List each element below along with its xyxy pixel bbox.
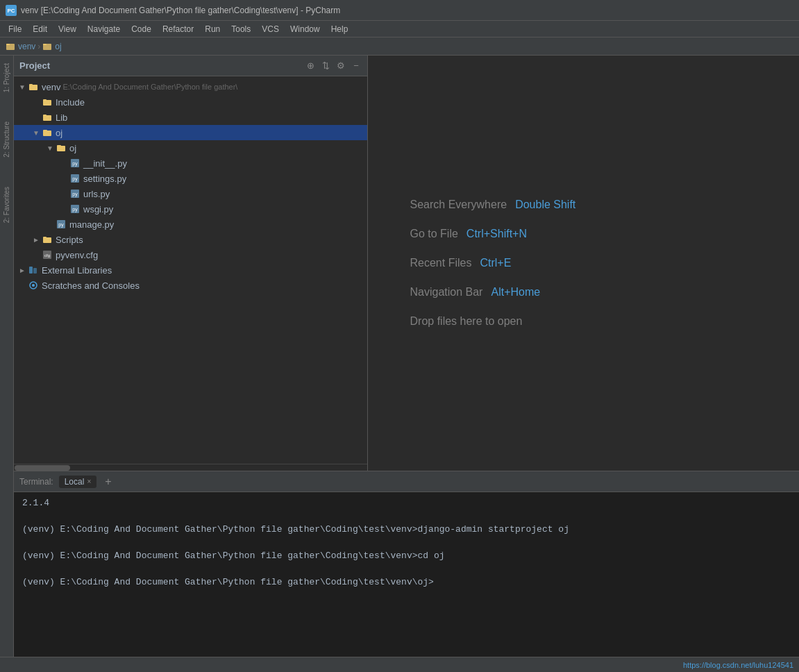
- folder-icon-oj-root: [42, 127, 53, 138]
- breadcrumb-oj[interactable]: oj: [55, 42, 61, 51]
- recent-key: Ctrl+E: [480, 257, 511, 269]
- menu-item-file[interactable]: File: [3, 23, 27, 35]
- breadcrumb-venv[interactable]: venv: [18, 42, 35, 51]
- tree-label-urls: urls.py: [83, 189, 110, 199]
- menu-item-help[interactable]: Help: [326, 23, 354, 35]
- menu-item-tools[interactable]: Tools: [226, 23, 256, 35]
- folder-icon-scripts: [42, 234, 53, 245]
- terminal-area: Terminal: Local × + 2.1.4 (venv) E:\Codi…: [14, 471, 799, 672]
- svg-text:cfg: cfg: [44, 253, 50, 258]
- left-tab-project[interactable]: 1: Project: [1, 59, 12, 96]
- tree-item-ext-lib[interactable]: ► External Libraries: [14, 262, 367, 278]
- svg-rect-9: [43, 99, 47, 101]
- shortcut-navbar: Navigation Bar Alt+Home: [410, 286, 757, 299]
- goto-key: Ctrl+Shift+N: [466, 228, 527, 240]
- menu-item-view[interactable]: View: [53, 23, 82, 35]
- tree-item-lib[interactable]: Lib: [14, 110, 367, 125]
- cfg-icon-pyvenv: cfg: [42, 249, 53, 260]
- terminal-tab-local-label: Local: [65, 477, 85, 487]
- tree-label-lib: Lib: [56, 112, 67, 123]
- arrow-manage: [44, 219, 56, 230]
- scroll-icon[interactable]: ⇅: [320, 60, 331, 72]
- minimize-icon[interactable]: −: [351, 60, 362, 72]
- svg-text:py: py: [72, 176, 78, 182]
- settings-icon[interactable]: ⚙: [335, 60, 346, 72]
- folder-icon-include: [42, 96, 53, 108]
- tree-item-oj-root[interactable]: ▼ oj: [14, 125, 367, 140]
- tree-path-venv: E:\Coding And Document Gather\Python fil…: [62, 83, 237, 91]
- tree-label-oj-sub: oj: [69, 143, 76, 153]
- py-icon-manage: py: [56, 219, 67, 230]
- arrow-scripts: ►: [31, 234, 42, 245]
- menu-item-run[interactable]: Run: [199, 23, 226, 35]
- tree-item-pyvenv[interactable]: cfg pyvenv.cfg: [14, 247, 367, 262]
- arrow-include: [31, 96, 42, 108]
- terminal-line-7: (venv) E:\Coding And Document Gather\Pyt…: [22, 577, 791, 587]
- menu-item-window[interactable]: Window: [285, 23, 326, 35]
- tree-label-init: __init__.py: [83, 158, 127, 169]
- terminal-line-4: [22, 537, 791, 548]
- tree-item-scratches[interactable]: Scratches and Consoles: [14, 278, 367, 293]
- content-area: Project ⊕ ⇅ ⚙ − ▼ venv E:\Coding And Doc…: [14, 56, 799, 672]
- terminal-tab-local[interactable]: Local ×: [59, 476, 97, 488]
- terminal-line-3: (venv) E:\Coding And Document Gather\Pyt…: [22, 524, 791, 535]
- svg-text:py: py: [72, 192, 78, 197]
- arrow-scratches: [17, 280, 28, 291]
- ext-lib-icon: [28, 264, 39, 276]
- svg-text:py: py: [58, 222, 64, 228]
- svg-rect-13: [43, 130, 47, 132]
- menu-item-vcs[interactable]: VCS: [256, 23, 285, 35]
- svg-point-33: [32, 284, 35, 287]
- terminal-add-button[interactable]: +: [102, 476, 114, 488]
- tree-item-venv[interactable]: ▼ venv E:\Coding And Document Gather\Pyt…: [14, 79, 367, 94]
- svg-rect-3: [6, 44, 10, 45]
- tree-label-settings: settings.py: [83, 174, 126, 184]
- arrow-venv: ▼: [17, 81, 28, 92]
- tree-item-settings[interactable]: py settings.py: [14, 171, 367, 186]
- terminal-label: Terminal:: [19, 477, 53, 487]
- left-tab-structure[interactable]: 2: Structure: [1, 117, 12, 162]
- tree-label-ext-lib: External Libraries: [42, 265, 112, 276]
- tree-label-oj-root: oj: [56, 128, 62, 138]
- terminal-line-5: (venv) E:\Coding And Document Gather\Pyt…: [22, 551, 791, 561]
- editor-area: Search Everywhere Double Shift Go to Fil…: [368, 56, 799, 471]
- arrow-urls: [58, 188, 69, 199]
- tree-item-manage[interactable]: py manage.py: [14, 217, 367, 232]
- status-url[interactable]: https://blog.csdn.net/luhu124541: [683, 661, 793, 669]
- arrow-oj-sub: ▼: [44, 142, 56, 153]
- arrow-wsgi: [58, 203, 69, 215]
- arrow-pyvenv: [31, 249, 42, 260]
- horizontal-scrollbar[interactable]: [14, 464, 367, 471]
- project-panel: Project ⊕ ⇅ ⚙ − ▼ venv E:\Coding And Doc…: [14, 56, 368, 471]
- arrow-ext-lib: ►: [17, 264, 28, 276]
- menu-item-code[interactable]: Code: [126, 23, 157, 35]
- tree-item-init[interactable]: py __init__.py: [14, 156, 367, 171]
- scrollbar-thumb[interactable]: [15, 465, 70, 471]
- drop-files-label: Drop files here to open: [410, 315, 757, 328]
- title-bar: PC venv [E:\Coding And Document Gather\P…: [0, 0, 799, 21]
- recent-label: Recent Files: [410, 257, 472, 269]
- tree-item-wsgi[interactable]: py wsgi.py: [14, 201, 367, 217]
- terminal-tab-close[interactable]: ×: [87, 478, 91, 485]
- left-tab-favorites[interactable]: 2: Favorites: [1, 183, 12, 227]
- window-title: venv [E:\Coding And Document Gather\Pyth…: [21, 6, 340, 15]
- tree-item-oj-sub[interactable]: ▼ oj: [14, 140, 367, 156]
- tree-item-include[interactable]: Include: [14, 94, 367, 110]
- menu-item-refactor[interactable]: Refactor: [157, 23, 199, 35]
- arrow-settings: [58, 173, 69, 184]
- menu-item-navigate[interactable]: Navigate: [82, 23, 126, 35]
- menu-bar: FileEditViewNavigateCodeRefactorRunTools…: [0, 21, 799, 37]
- menu-item-edit[interactable]: Edit: [27, 23, 53, 35]
- svg-rect-11: [43, 115, 47, 117]
- py-icon-settings: py: [69, 173, 81, 184]
- search-key: Double Shift: [515, 199, 575, 211]
- locate-icon[interactable]: ⊕: [305, 60, 316, 72]
- svg-rect-7: [29, 84, 33, 86]
- tree-item-scripts[interactable]: ► Scripts: [14, 232, 367, 247]
- shortcut-search: Search Everywhere Double Shift: [410, 199, 757, 211]
- tree-item-urls[interactable]: py urls.py: [14, 186, 367, 201]
- terminal-tabs: Terminal: Local × +: [14, 471, 799, 492]
- search-label: Search Everywhere: [410, 199, 507, 211]
- terminal-line-1: 2.1.4: [22, 498, 791, 508]
- main-layout: 1: Project 2: Structure 2: Favorites Pro…: [0, 56, 799, 672]
